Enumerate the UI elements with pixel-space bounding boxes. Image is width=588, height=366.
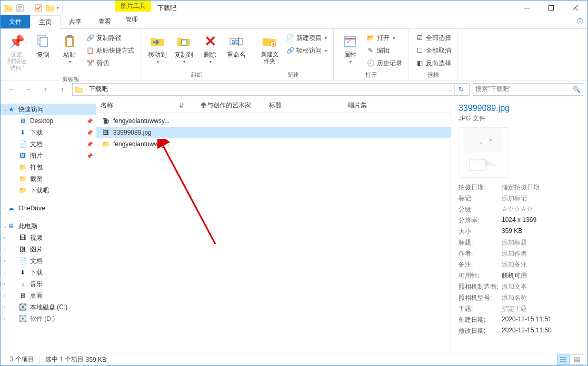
address-bar[interactable]: › 下载吧 ⌄ ↻ xyxy=(72,83,470,96)
star-icon: ★ xyxy=(7,105,15,114)
easy-access-button[interactable]: 🔗轻松访问▾ xyxy=(284,45,329,56)
history-icon: 🕘 xyxy=(366,59,375,67)
select-none-button[interactable]: ☐全部取消 xyxy=(413,45,453,56)
svg-rect-2 xyxy=(35,5,42,11)
qat-new-folder[interactable] xyxy=(45,3,55,13)
svg-rect-22 xyxy=(470,160,485,170)
nav-this-pc[interactable]: ⌄🖥此电脑 xyxy=(1,220,96,232)
nav-xiazaiba[interactable]: 📁下载吧 xyxy=(1,185,96,196)
nav-quick-access[interactable]: ⌄★快速访问 xyxy=(1,104,96,115)
address-history-dropdown[interactable]: ⌄ xyxy=(448,87,452,92)
file-list[interactable]: 🗜 fengyeqiantuwwsy... 🖼 33999089.jpg 📁 f… xyxy=(96,113,451,353)
select-all-button[interactable]: ☑全部选择 xyxy=(413,32,453,44)
property-value: 2020-12-15 11:51 xyxy=(502,316,552,324)
nav-up-button[interactable]: ↑ xyxy=(55,83,69,96)
nav-dabao[interactable]: 📁打包 xyxy=(1,161,96,173)
property-label: 大小: xyxy=(459,227,502,236)
refresh-button[interactable]: ↻ xyxy=(454,84,467,95)
rename-button[interactable]: ab 重命名 xyxy=(224,31,248,60)
paste-shortcut-button[interactable]: 📋粘贴快捷方式 xyxy=(84,45,136,56)
list-item[interactable]: 🖼 33999089.jpg xyxy=(96,127,451,138)
view-details-button[interactable] xyxy=(557,354,570,365)
nav-back-button[interactable]: ← xyxy=(5,83,18,96)
delete-button[interactable]: ✕ 删除▾ xyxy=(198,31,222,67)
close-button[interactable] xyxy=(563,1,587,15)
new-folder-button[interactable]: 新建文件夹 xyxy=(257,31,282,67)
property-value[interactable]: 指定主题 xyxy=(502,304,527,313)
pin-quick-access-button[interactable]: 📌 固定到"快速访问" xyxy=(5,31,29,74)
new-item-button[interactable]: 📄新建项目▾ xyxy=(284,32,329,44)
nav-pictures[interactable]: 🖼图片📌 xyxy=(1,150,96,161)
help-button[interactable]: ⓘ xyxy=(577,17,583,26)
cut-button[interactable]: ✂️剪切 xyxy=(84,57,136,69)
copy-path-button[interactable]: 🔗复制路径 xyxy=(84,32,136,44)
nav-downloads2[interactable]: ›⬇下载 xyxy=(1,267,96,278)
property-value[interactable]: 添加标记 xyxy=(502,194,527,203)
nav-documents2[interactable]: ›📄文档 xyxy=(1,255,96,267)
qat-overflow[interactable]: ▾ xyxy=(57,6,59,11)
nav-pictures2[interactable]: ›🖼图片 xyxy=(1,243,96,255)
list-item[interactable]: 🗜 fengyeqiantuwwsy... xyxy=(96,115,451,127)
properties-button[interactable]: 属性▾ xyxy=(338,31,362,67)
col-title[interactable]: 标题 xyxy=(265,98,344,113)
search-icon[interactable]: 🔍 xyxy=(573,86,581,93)
nav-recent-button[interactable]: ▾ xyxy=(38,83,52,96)
property-value[interactable]: 添加标题 xyxy=(502,238,527,247)
nav-local-c[interactable]: ›💽本地磁盘 (C:) xyxy=(1,301,96,313)
tab-file[interactable]: 文件 xyxy=(1,15,30,28)
property-value[interactable]: 指定拍摄日期 xyxy=(502,183,540,192)
copy-to-button[interactable]: 复制到▾ xyxy=(172,31,196,67)
nav-music[interactable]: ›♪音乐 xyxy=(1,278,96,290)
search-input[interactable]: 搜索"下载吧" 🔍 xyxy=(473,83,583,96)
col-name[interactable]: 名称 xyxy=(96,98,175,113)
content-pane: 名称 # 参与创作的艺术家 标题 唱片集 🗜 fengyeqiantuwwsy.… xyxy=(96,98,451,353)
nav-videos[interactable]: ›🎞视频 xyxy=(1,232,96,243)
status-selected: 选中 1 个项目 359 KB xyxy=(40,355,112,364)
window-icon xyxy=(4,3,13,13)
col-number[interactable]: # xyxy=(175,98,196,113)
nav-forward-button[interactable]: → xyxy=(22,83,35,96)
nav-onedrive[interactable]: ›☁OneDrive xyxy=(1,202,96,214)
maximize-button[interactable] xyxy=(539,1,563,15)
ribbon-group-clipboard: 📌 固定到"快速访问" 复制 粘贴 ▾ 🔗复制路径 📋粘贴快捷方式 ✂️剪切 剪… xyxy=(1,29,141,80)
property-value[interactable]: 添加备注 xyxy=(502,260,527,269)
view-large-icons-button[interactable] xyxy=(571,354,583,365)
history-button[interactable]: 🕘历史记录 xyxy=(364,57,404,69)
property-value[interactable]: 添加名称 xyxy=(502,293,527,302)
qat-checkbox[interactable] xyxy=(33,2,44,14)
invert-select-button[interactable]: ◧反向选择 xyxy=(413,57,453,69)
nav-jietu[interactable]: 📁截图 xyxy=(1,173,96,185)
move-to-button[interactable]: 移动到▾ xyxy=(145,31,170,67)
col-artist[interactable]: 参与创作的艺术家 xyxy=(196,98,265,113)
minimize-button[interactable] xyxy=(515,1,539,15)
context-tab-header: 图片工具 xyxy=(115,1,151,12)
tab-manage[interactable]: 管理 xyxy=(115,15,148,24)
window-title: 下载吧 xyxy=(157,4,176,13)
nav-downloads[interactable]: ⬇下载📌 xyxy=(1,127,96,138)
search-placeholder: 搜索"下载吧" xyxy=(475,85,512,94)
nav-soft-d[interactable]: ›💽软件 (D:) xyxy=(1,313,96,324)
ribbon: 📌 固定到"快速访问" 复制 粘贴 ▾ 🔗复制路径 📋粘贴快捷方式 ✂️剪切 剪… xyxy=(1,29,587,80)
paste-button[interactable]: 粘贴 ▾ xyxy=(57,31,82,67)
nav-desktop[interactable]: 🖥Desktop📌 xyxy=(1,115,96,127)
crumb-chevron-icon[interactable]: › xyxy=(85,87,87,92)
tab-home[interactable]: 主页 xyxy=(30,15,61,29)
pin-icon: 📌 xyxy=(86,153,93,159)
folder-icon: 📁 xyxy=(18,163,27,171)
nav-desktop2[interactable]: ›🖥桌面 xyxy=(1,290,96,301)
edit-button[interactable]: ✎编辑 xyxy=(364,45,404,56)
copy-button[interactable]: 复制 xyxy=(31,31,55,60)
col-album[interactable]: 唱片集 xyxy=(344,98,417,113)
property-value: ☆☆☆☆☆ xyxy=(502,205,533,214)
open-button[interactable]: 📂打开▾ xyxy=(364,32,404,44)
svg-rect-9 xyxy=(67,38,72,46)
navigation-pane[interactable]: ⌄★快速访问 🖥Desktop📌 ⬇下载📌 📄文档📌 🖼图片📌 📁打包 📁截图 … xyxy=(1,98,96,353)
qat-properties[interactable] xyxy=(14,2,26,14)
breadcrumb-item[interactable]: 下载吧 xyxy=(89,85,108,94)
address-bar-row: ← → ▾ ↑ › 下载吧 ⌄ ↻ 搜索"下载吧" 🔍 xyxy=(1,80,587,98)
tab-share[interactable]: 共享 xyxy=(61,15,90,28)
nav-documents[interactable]: 📄文档📌 xyxy=(1,138,96,150)
list-item[interactable]: 📁 fengyeqiantuwwsy... xyxy=(96,138,451,150)
property-value[interactable]: 添加作者 xyxy=(502,249,527,258)
property-value[interactable]: 添加文本 xyxy=(502,282,527,291)
